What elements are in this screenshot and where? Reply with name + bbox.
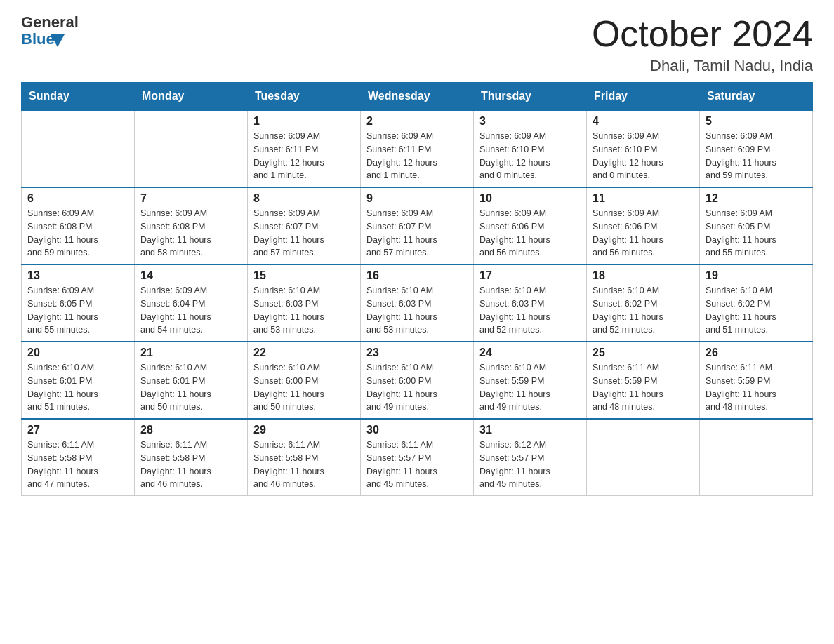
day-number: 5 (706, 115, 807, 128)
day-info: Sunrise: 6:10 AM Sunset: 6:01 PM Dayligh… (140, 361, 241, 414)
day-number: 12 (706, 192, 807, 205)
day-info: Sunrise: 6:11 AM Sunset: 5:59 PM Dayligh… (706, 361, 807, 414)
calendar-week-1: 1Sunrise: 6:09 AM Sunset: 6:11 PM Daylig… (22, 110, 813, 187)
calendar-cell: 16Sunrise: 6:10 AM Sunset: 6:03 PM Dayli… (361, 264, 474, 342)
day-number: 22 (253, 347, 355, 359)
day-info: Sunrise: 6:09 AM Sunset: 6:09 PM Dayligh… (706, 130, 807, 182)
day-info: Sunrise: 6:09 AM Sunset: 6:06 PM Dayligh… (479, 207, 581, 260)
day-info: Sunrise: 6:09 AM Sunset: 6:11 PM Dayligh… (366, 130, 468, 182)
day-number: 10 (479, 192, 581, 205)
header-sunday: Sunday (22, 83, 135, 111)
day-info: Sunrise: 6:10 AM Sunset: 6:03 PM Dayligh… (366, 284, 468, 337)
calendar-cell: 13Sunrise: 6:09 AM Sunset: 6:05 PM Dayli… (22, 264, 135, 342)
calendar-table: SundayMondayTuesdayWednesdayThursdayFrid… (21, 82, 813, 496)
day-info: Sunrise: 6:09 AM Sunset: 6:07 PM Dayligh… (366, 207, 468, 260)
calendar-cell: 28Sunrise: 6:11 AM Sunset: 5:58 PM Dayli… (135, 419, 248, 496)
calendar-cell: 30Sunrise: 6:11 AM Sunset: 5:57 PM Dayli… (361, 419, 474, 496)
day-number: 7 (140, 192, 241, 205)
logo-general: General (21, 14, 79, 31)
calendar-week-5: 27Sunrise: 6:11 AM Sunset: 5:58 PM Dayli… (22, 419, 813, 496)
calendar-cell: 1Sunrise: 6:09 AM Sunset: 6:11 PM Daylig… (248, 110, 361, 187)
day-number: 11 (593, 192, 694, 205)
header-saturday: Saturday (700, 83, 813, 111)
calendar-cell: 17Sunrise: 6:10 AM Sunset: 6:03 PM Dayli… (474, 264, 587, 342)
logo: General Blue (21, 14, 79, 48)
day-info: Sunrise: 6:09 AM Sunset: 6:11 PM Dayligh… (253, 130, 355, 182)
calendar-cell: 10Sunrise: 6:09 AM Sunset: 6:06 PM Dayli… (474, 187, 587, 264)
calendar-cell: 7Sunrise: 6:09 AM Sunset: 6:08 PM Daylig… (135, 187, 248, 264)
day-info: Sunrise: 6:11 AM Sunset: 5:59 PM Dayligh… (593, 361, 694, 414)
calendar-cell: 24Sunrise: 6:10 AM Sunset: 5:59 PM Dayli… (474, 342, 587, 419)
day-info: Sunrise: 6:09 AM Sunset: 6:05 PM Dayligh… (27, 284, 128, 337)
day-number: 31 (479, 424, 581, 436)
calendar-cell: 4Sunrise: 6:09 AM Sunset: 6:10 PM Daylig… (587, 110, 700, 187)
header-wednesday: Wednesday (361, 83, 474, 111)
title-area: October 2024 Dhali, Tamil Nadu, India (592, 14, 813, 75)
day-number: 24 (479, 347, 581, 359)
calendar-header-row: SundayMondayTuesdayWednesdayThursdayFrid… (22, 83, 813, 111)
day-info: Sunrise: 6:10 AM Sunset: 5:59 PM Dayligh… (479, 361, 581, 414)
calendar-cell (700, 419, 813, 496)
calendar-title: October 2024 (592, 14, 813, 54)
calendar-cell: 23Sunrise: 6:10 AM Sunset: 6:00 PM Dayli… (361, 342, 474, 419)
header-friday: Friday (587, 83, 700, 111)
day-info: Sunrise: 6:10 AM Sunset: 6:00 PM Dayligh… (253, 361, 355, 414)
calendar-week-4: 20Sunrise: 6:10 AM Sunset: 6:01 PM Dayli… (22, 342, 813, 419)
day-number: 14 (140, 269, 241, 282)
day-number: 16 (366, 269, 468, 282)
calendar-cell (587, 419, 700, 496)
day-info: Sunrise: 6:10 AM Sunset: 6:01 PM Dayligh… (27, 361, 128, 414)
day-info: Sunrise: 6:10 AM Sunset: 6:02 PM Dayligh… (706, 284, 807, 337)
day-number: 30 (366, 424, 468, 436)
day-info: Sunrise: 6:10 AM Sunset: 6:00 PM Dayligh… (366, 361, 468, 414)
logo-triangle-icon (51, 34, 65, 47)
logo-blue: Blue (21, 31, 55, 48)
calendar-cell: 9Sunrise: 6:09 AM Sunset: 6:07 PM Daylig… (361, 187, 474, 264)
calendar-week-2: 6Sunrise: 6:09 AM Sunset: 6:08 PM Daylig… (22, 187, 813, 264)
calendar-cell: 21Sunrise: 6:10 AM Sunset: 6:01 PM Dayli… (135, 342, 248, 419)
logo-text: General Blue (21, 14, 79, 48)
day-info: Sunrise: 6:09 AM Sunset: 6:10 PM Dayligh… (593, 130, 694, 182)
day-info: Sunrise: 6:09 AM Sunset: 6:06 PM Dayligh… (593, 207, 694, 260)
calendar-cell: 29Sunrise: 6:11 AM Sunset: 5:58 PM Dayli… (248, 419, 361, 496)
day-info: Sunrise: 6:11 AM Sunset: 5:58 PM Dayligh… (27, 438, 128, 491)
day-number: 27 (27, 424, 128, 436)
calendar-cell: 26Sunrise: 6:11 AM Sunset: 5:59 PM Dayli… (700, 342, 813, 419)
day-info: Sunrise: 6:11 AM Sunset: 5:58 PM Dayligh… (140, 438, 241, 491)
day-number: 18 (593, 269, 694, 282)
day-number: 21 (140, 347, 241, 359)
page-header: General Blue October 2024 Dhali, Tamil N… (21, 14, 813, 75)
calendar-cell: 25Sunrise: 6:11 AM Sunset: 5:59 PM Dayli… (587, 342, 700, 419)
calendar-cell: 22Sunrise: 6:10 AM Sunset: 6:00 PM Dayli… (248, 342, 361, 419)
calendar-cell: 5Sunrise: 6:09 AM Sunset: 6:09 PM Daylig… (700, 110, 813, 187)
calendar-cell: 6Sunrise: 6:09 AM Sunset: 6:08 PM Daylig… (22, 187, 135, 264)
day-number: 26 (706, 347, 807, 359)
calendar-subtitle: Dhali, Tamil Nadu, India (592, 57, 813, 75)
day-info: Sunrise: 6:09 AM Sunset: 6:10 PM Dayligh… (479, 130, 581, 182)
calendar-cell: 15Sunrise: 6:10 AM Sunset: 6:03 PM Dayli… (248, 264, 361, 342)
calendar-cell: 3Sunrise: 6:09 AM Sunset: 6:10 PM Daylig… (474, 110, 587, 187)
calendar-cell: 20Sunrise: 6:10 AM Sunset: 6:01 PM Dayli… (22, 342, 135, 419)
calendar-cell: 19Sunrise: 6:10 AM Sunset: 6:02 PM Dayli… (700, 264, 813, 342)
day-number: 25 (593, 347, 694, 359)
day-number: 2 (366, 115, 468, 128)
calendar-cell: 31Sunrise: 6:12 AM Sunset: 5:57 PM Dayli… (474, 419, 587, 496)
header-monday: Monday (135, 83, 248, 111)
day-info: Sunrise: 6:09 AM Sunset: 6:04 PM Dayligh… (140, 284, 241, 337)
calendar-cell: 27Sunrise: 6:11 AM Sunset: 5:58 PM Dayli… (22, 419, 135, 496)
day-number: 4 (593, 115, 694, 128)
day-info: Sunrise: 6:11 AM Sunset: 5:58 PM Dayligh… (253, 438, 355, 491)
day-number: 20 (27, 347, 128, 359)
day-number: 3 (479, 115, 581, 128)
calendar-cell: 8Sunrise: 6:09 AM Sunset: 6:07 PM Daylig… (248, 187, 361, 264)
day-number: 29 (253, 424, 355, 436)
day-number: 15 (253, 269, 355, 282)
day-number: 17 (479, 269, 581, 282)
day-info: Sunrise: 6:10 AM Sunset: 6:03 PM Dayligh… (479, 284, 581, 337)
day-info: Sunrise: 6:11 AM Sunset: 5:57 PM Dayligh… (366, 438, 468, 491)
day-info: Sunrise: 6:10 AM Sunset: 6:02 PM Dayligh… (593, 284, 694, 337)
calendar-cell: 14Sunrise: 6:09 AM Sunset: 6:04 PM Dayli… (135, 264, 248, 342)
day-info: Sunrise: 6:12 AM Sunset: 5:57 PM Dayligh… (479, 438, 581, 491)
calendar-cell: 12Sunrise: 6:09 AM Sunset: 6:05 PM Dayli… (700, 187, 813, 264)
calendar-cell: 11Sunrise: 6:09 AM Sunset: 6:06 PM Dayli… (587, 187, 700, 264)
